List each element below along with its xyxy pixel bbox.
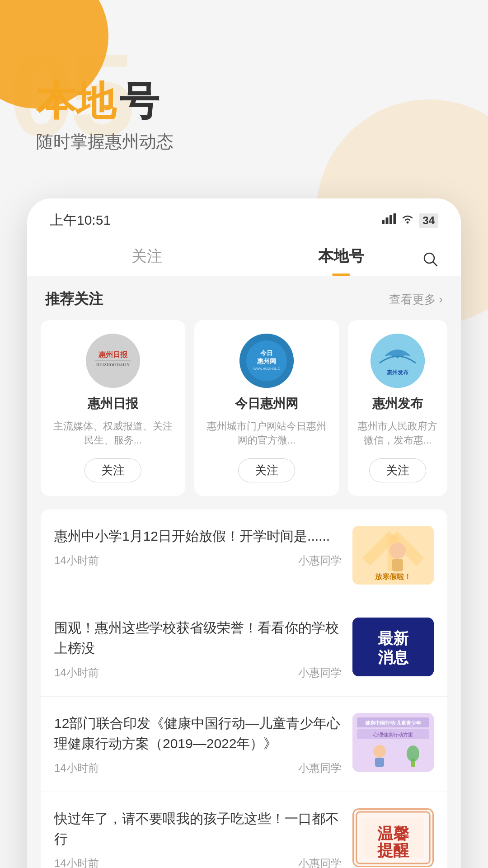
svg-rect-25 [352,618,434,676]
news-list: 惠州中小学1月12日开始放假！开学时间是...... 14小时前 小惠同学 [41,509,447,868]
signal-icon [382,213,396,227]
channel-avatar-jinri: 今日 惠州网 WWW.HUIZHOL.C [239,334,294,388]
phone-mockup: 上午10:51 34 关注 本地号 [27,198,461,868]
news-item-4[interactable]: 快过年了，请不要喂我的孩子吃这些！一口都不行 14小时前 小惠同学 温馨 [41,792,447,868]
recommended-header: 推荐关注 查看更多 › [41,289,447,309]
tab-local[interactable]: 本地号 [244,246,438,276]
svg-text:WWW.HUIZHOL.C: WWW.HUIZHOL.C [253,367,280,370]
news-title-2: 围观！惠州这些学校获省级荣誉！看看你的学校上榜没 [54,618,342,658]
news-meta-3: 14小时前 小惠同学 [54,761,342,775]
wifi-icon [401,213,414,227]
phone-wrapper: 上午10:51 34 关注 本地号 [27,198,461,868]
channel-name-jinri: 今日惠州网 [235,395,298,412]
hero-subtitle: 随时掌握惠州动态 [36,130,452,153]
news-title-1: 惠州中小学1月12日开始放假！开学时间是...... [54,526,342,546]
more-label: 查看更多 [389,292,436,307]
channel-name-ribao: 惠州日报 [88,395,138,412]
svg-text:HUIZHOU DAILY: HUIZHOU DAILY [96,363,130,367]
channel-card-jinri[interactable]: 今日 惠州网 WWW.HUIZHOL.C 今日惠州网 惠州城市门户网站今日惠州网… [194,320,339,496]
svg-point-33 [373,745,386,758]
svg-rect-3 [394,213,396,224]
follow-btn-jinri[interactable]: 关注 [238,458,295,482]
news-author-4: 小惠同学 [298,856,342,868]
svg-point-36 [407,745,419,762]
news-item-3[interactable]: 12部门联合印发《健康中国行动—儿童青少年心理健康行动方案（2019—2022年… [41,697,447,792]
svg-rect-2 [389,215,392,224]
svg-text:提醒: 提醒 [377,841,409,859]
news-content-1: 惠州中小学1月12日开始放假！开学时间是...... 14小时前 小惠同学 [54,526,342,568]
status-time: 上午10:51 [50,211,111,230]
news-time-1: 14小时前 [54,553,99,568]
svg-text:今日: 今日 [260,349,273,357]
hero-section: 本地 号 随时掌握惠州动态 [0,0,488,180]
news-thumb-3: 健康中国行动·儿童青少年 心理健康行动方案 [352,713,434,772]
hero-title-dark: 号 [119,81,159,121]
news-time-4: 14小时前 [54,856,99,868]
channel-avatar-ribao: 惠州日报 HUIZHOU DAILY [86,334,140,388]
channel-card-fabu[interactable]: 惠州发布 惠州发布 惠州市人民政府方微信，发布惠... 关注 [348,320,447,496]
svg-rect-1 [386,217,389,224]
svg-point-16 [371,334,425,388]
svg-rect-0 [382,220,385,224]
section-title: 推荐关注 [45,289,103,309]
svg-text:健康中国行动·儿童青少年: 健康中国行动·儿童青少年 [365,720,421,726]
channel-desc-jinri: 惠州城市门户网站今日惠州网的官方微... [203,420,330,448]
svg-point-22 [389,542,406,559]
channel-desc-fabu: 惠州市人民政府方微信，发布惠... [357,420,438,448]
news-title-3: 12部门联合印发《健康中国行动—儿童青少年心理健康行动方案（2019—2022年… [54,713,342,754]
chevron-right-icon: › [439,292,443,307]
content-area: 推荐关注 查看更多 › 惠州日报 HUIZHOU DAILY [27,276,461,868]
hero-title-orange: 本地 [36,81,116,121]
news-thumb-1: 放寒假啦！ [352,526,434,585]
news-meta-2: 14小时前 小惠同学 [54,665,342,680]
search-icon[interactable] [422,251,438,271]
channel-name-fabu: 惠州发布 [372,395,423,412]
news-content-2: 围观！惠州这些学校获省级荣誉！看看你的学校上榜没 14小时前 小惠同学 [54,618,342,680]
news-item-1[interactable]: 惠州中小学1月12日开始放假！开学时间是...... 14小时前 小惠同学 [41,509,447,601]
svg-text:最新: 最新 [378,630,409,647]
svg-text:心理健康行动方案: 心理健康行动方案 [373,732,413,737]
news-time-3: 14小时前 [54,761,99,775]
tab-attention[interactable]: 关注 [50,246,244,276]
svg-text:消息: 消息 [378,649,409,666]
svg-text:放寒假啦！: 放寒假啦！ [375,572,411,580]
news-item-2[interactable]: 围观！惠州这些学校获省级荣誉！看看你的学校上榜没 14小时前 小惠同学 最新 消… [41,601,447,697]
news-content-4: 快过年了，请不要喂我的孩子吃这些！一口都不行 14小时前 小惠同学 [54,808,342,868]
news-title-4: 快过年了，请不要喂我的孩子吃这些！一口都不行 [54,808,342,849]
news-author-3: 小惠同学 [298,761,342,775]
status-icons: 34 [382,213,438,228]
follow-btn-ribao[interactable]: 关注 [84,458,141,482]
status-bar: 上午10:51 34 [27,198,461,237]
news-content-3: 12部门联合印发《健康中国行动—儿童青少年心理健康行动方案（2019—2022年… [54,713,342,775]
follow-btn-fabu[interactable]: 关注 [369,458,426,482]
svg-point-4 [407,222,409,224]
channel-avatar-fabu: 惠州发布 [371,334,425,388]
svg-text:惠州网: 惠州网 [257,358,276,365]
channel-card-ribao[interactable]: 惠州日报 HUIZHOU DAILY 惠州日报 主流媒体、权威报道、关注民生、服… [41,320,185,496]
nav-tabs: 关注 本地号 [27,237,461,276]
battery-indicator: 34 [419,213,438,228]
section-more[interactable]: 查看更多 › [389,292,443,307]
news-meta-1: 14小时前 小惠同学 [54,553,342,568]
svg-rect-34 [375,758,384,767]
news-thumb-2: 最新 消息 [352,618,434,676]
news-author-1: 小惠同学 [298,553,342,568]
channel-cards: 惠州日报 HUIZHOU DAILY 惠州日报 主流媒体、权威报道、关注民生、服… [41,320,447,496]
svg-text:温馨: 温馨 [377,825,409,842]
news-meta-4: 14小时前 小惠同学 [54,856,342,868]
channel-desc-ribao: 主流媒体、权威报道、关注民生、服务... [50,420,176,448]
svg-text:惠州日报: 惠州日报 [98,351,128,359]
news-author-2: 小惠同学 [298,665,342,680]
svg-rect-23 [392,559,403,571]
news-thumb-4: 温馨 提醒 [352,808,434,867]
news-time-2: 14小时前 [54,665,99,680]
hero-title: 本地 号 [36,81,452,121]
svg-line-6 [433,262,437,266]
svg-text:惠州发布: 惠州发布 [386,369,409,376]
